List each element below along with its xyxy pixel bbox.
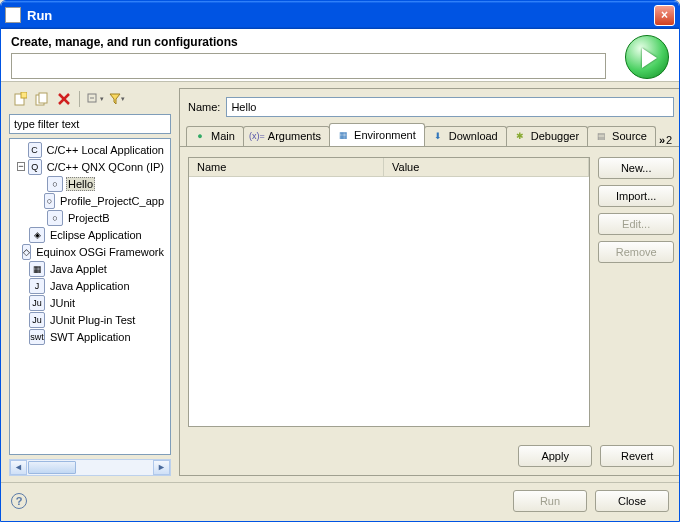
svg-rect-1 bbox=[21, 92, 27, 98]
close-icon[interactable]: × bbox=[654, 5, 675, 26]
tree-item-label: JUnit bbox=[48, 297, 77, 309]
twisty-spacer bbox=[17, 315, 26, 324]
env-new-button[interactable]: New... bbox=[598, 157, 674, 179]
dialog-footer: ? Run Close bbox=[1, 482, 679, 518]
close-button[interactable]: Close bbox=[595, 490, 669, 512]
env-table-rows bbox=[189, 177, 589, 426]
app-icon bbox=[5, 7, 21, 23]
tab-environment[interactable]: ▦Environment bbox=[329, 123, 425, 146]
tree-item[interactable]: ◈Eclipse Application bbox=[10, 226, 170, 243]
tree-item-label: Java Applet bbox=[48, 263, 109, 275]
duplicate-config-icon[interactable] bbox=[33, 90, 51, 108]
env-col-value[interactable]: Value bbox=[384, 158, 589, 176]
tree-node-icon: ○ bbox=[47, 210, 63, 226]
scroll-thumb[interactable] bbox=[28, 461, 76, 474]
tab-source[interactable]: ▤Source bbox=[587, 126, 656, 146]
revert-button[interactable]: Revert bbox=[600, 445, 674, 467]
tree-item-label: Profile_ProjectC_app bbox=[58, 195, 166, 207]
tree-item[interactable]: swtSWT Application bbox=[10, 328, 170, 345]
tab-main[interactable]: ●Main bbox=[186, 126, 244, 146]
run-button: Run bbox=[513, 490, 587, 512]
tree-item-label: Equinox OSGi Framework bbox=[34, 246, 166, 258]
tab-environment-body: Name Value New... Import... Edit... Remo… bbox=[180, 147, 680, 437]
tab-label: Environment bbox=[354, 129, 416, 141]
delete-config-icon[interactable] bbox=[55, 90, 73, 108]
right-panel: Name: ●Main(x)=Arguments▦Environment⬇Dow… bbox=[175, 82, 680, 482]
tab-icon: ● bbox=[193, 129, 207, 143]
config-name-input[interactable] bbox=[226, 97, 674, 117]
left-panel: ▾ ▾ CC/C++ Local Application−QC/C++ QNX … bbox=[1, 82, 175, 482]
twisty-spacer bbox=[17, 332, 26, 341]
new-config-icon[interactable] bbox=[11, 90, 29, 108]
config-toolbar: ▾ ▾ bbox=[9, 88, 171, 110]
env-remove-button: Remove bbox=[598, 241, 674, 263]
tabs-overflow[interactable]: »2 bbox=[655, 134, 676, 146]
tree-node-icon: Ju bbox=[29, 295, 45, 311]
twisty-spacer bbox=[17, 145, 25, 154]
tree-item-label: ProjectB bbox=[66, 212, 112, 224]
tree-item[interactable]: ○Hello bbox=[10, 175, 170, 192]
apply-button[interactable]: Apply bbox=[518, 445, 592, 467]
tree-node-icon: ◇ bbox=[22, 244, 31, 260]
tree-item-label: C/C++ Local Application bbox=[45, 144, 166, 156]
tree-item[interactable]: ▦Java Applet bbox=[10, 260, 170, 277]
tree-node-icon: ◈ bbox=[29, 227, 45, 243]
tab-download[interactable]: ⬇Download bbox=[424, 126, 507, 146]
config-tree[interactable]: CC/C++ Local Application−QC/C++ QNX QCon… bbox=[9, 138, 171, 455]
toolbar-separator bbox=[79, 91, 80, 107]
tree-item-label: JUnit Plug-in Test bbox=[48, 314, 137, 326]
tab-debugger[interactable]: ✱Debugger bbox=[506, 126, 588, 146]
env-edit-button: Edit... bbox=[598, 213, 674, 235]
title-bar: Run × bbox=[1, 1, 679, 29]
env-table-header: Name Value bbox=[189, 158, 589, 177]
tab-icon: ▤ bbox=[594, 129, 608, 143]
tree-node-icon: Ju bbox=[29, 312, 45, 328]
dialog-header: Create, manage, and run configurations bbox=[1, 29, 679, 82]
header-subtitle: Create, manage, and run configurations bbox=[11, 35, 617, 49]
env-import-button[interactable]: Import... bbox=[598, 185, 674, 207]
env-table[interactable]: Name Value bbox=[188, 157, 590, 427]
twisty-spacer bbox=[17, 230, 26, 239]
tab-label: Download bbox=[449, 130, 498, 142]
collapse-icon[interactable]: − bbox=[17, 162, 25, 171]
twisty-spacer bbox=[17, 247, 19, 256]
twisty-spacer bbox=[35, 179, 44, 188]
tree-item[interactable]: −QC/C++ QNX QConn (IP) bbox=[10, 158, 170, 175]
chevron-right-icon: » bbox=[659, 134, 665, 146]
twisty-spacer bbox=[17, 264, 26, 273]
scroll-right-icon[interactable]: ► bbox=[153, 460, 170, 475]
tab-label: Main bbox=[211, 130, 235, 142]
tree-item-label: Java Application bbox=[48, 280, 132, 292]
tree-node-icon: ▦ bbox=[29, 261, 45, 277]
tree-item-label: Eclipse Application bbox=[48, 229, 144, 241]
tree-item[interactable]: ○ProjectB bbox=[10, 209, 170, 226]
tree-node-icon: ○ bbox=[44, 193, 55, 209]
filter-config-icon[interactable]: ▾ bbox=[108, 90, 126, 108]
twisty-spacer bbox=[17, 298, 26, 307]
tree-item[interactable]: JJava Application bbox=[10, 277, 170, 294]
tree-node-icon: C bbox=[28, 142, 42, 158]
tree-item[interactable]: JuJUnit bbox=[10, 294, 170, 311]
scroll-left-icon[interactable]: ◄ bbox=[10, 460, 27, 475]
header-banner bbox=[11, 53, 606, 79]
horizontal-scrollbar[interactable]: ◄ ► bbox=[9, 459, 171, 476]
tab-icon: ▦ bbox=[336, 128, 350, 142]
filter-input[interactable] bbox=[9, 114, 171, 134]
tab-label: Arguments bbox=[268, 130, 321, 142]
tab-icon: ⬇ bbox=[431, 129, 445, 143]
tab-strip: ●Main(x)=Arguments▦Environment⬇Download✱… bbox=[180, 123, 680, 147]
tree-item[interactable]: ○Profile_ProjectC_app bbox=[10, 192, 170, 209]
tree-node-icon: J bbox=[29, 278, 45, 294]
tree-node-icon: swt bbox=[29, 329, 45, 345]
tree-item[interactable]: ◇Equinox OSGi Framework bbox=[10, 243, 170, 260]
tree-item[interactable]: CC/C++ Local Application bbox=[10, 141, 170, 158]
collapse-all-icon[interactable]: ▾ bbox=[86, 90, 104, 108]
tree-item-label: SWT Application bbox=[48, 331, 133, 343]
tab-arguments[interactable]: (x)=Arguments bbox=[243, 126, 330, 146]
tab-label: Debugger bbox=[531, 130, 579, 142]
tree-item-label: C/C++ QNX QConn (IP) bbox=[45, 161, 166, 173]
help-icon[interactable]: ? bbox=[11, 493, 27, 509]
tree-item[interactable]: JuJUnit Plug-in Test bbox=[10, 311, 170, 328]
tab-label: Source bbox=[612, 130, 647, 142]
env-col-name[interactable]: Name bbox=[189, 158, 384, 176]
